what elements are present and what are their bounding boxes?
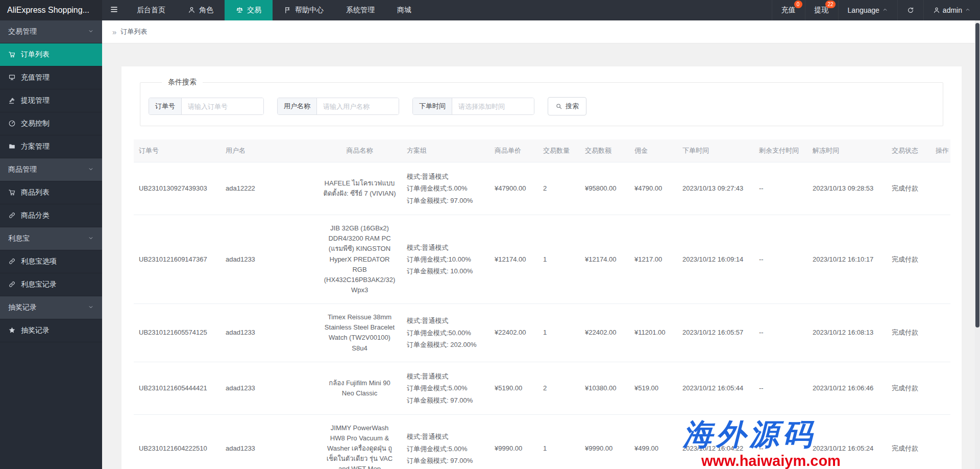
- scrollbar-thumb[interactable]: [975, 23, 979, 327]
- nav-language[interactable]: Language: [838, 0, 897, 20]
- plan-mode-text: 模式:普通模式: [407, 315, 484, 326]
- sidebar-item-5[interactable]: 方案管理: [0, 135, 102, 158]
- cell-unfreeze_time: 2023/10/12 16:05:24: [807, 414, 887, 469]
- sidebar-item-label: 充值管理: [21, 73, 50, 82]
- breadcrumb: » 订单列表: [102, 20, 980, 43]
- orders-table: 订单号用户名商品名称方案组商品单价交易数量交易数额佣金下单时间剩余支付时间解冻时…: [134, 139, 950, 469]
- nav-item-5[interactable]: 商城: [386, 0, 423, 20]
- cell-order_time: 2023/10/12 16:05:57: [677, 304, 754, 362]
- sidebar-group-9[interactable]: 利息宝: [0, 227, 102, 250]
- main-area: » 订单列表 条件搜索 订单号 用户名称 下单时间: [102, 20, 980, 469]
- breadcrumb-arrow-icon: »: [112, 28, 116, 36]
- sidebar-item-11[interactable]: 利息宝记录: [0, 273, 102, 296]
- sidebar-item-label: 商品分类: [21, 211, 50, 220]
- sidebar-group-label: 商品管理: [8, 165, 37, 174]
- plan-mode-text: 模式:普通模式: [407, 370, 484, 382]
- sidebar-item-7[interactable]: 商品列表: [0, 181, 102, 204]
- cell-status: 完成付款: [887, 362, 930, 414]
- cell-actions: [930, 215, 950, 304]
- sidebar-item-13[interactable]: 抽奖记录: [0, 319, 102, 342]
- nav-item-label: 交易: [247, 6, 261, 15]
- cell-unit_price: ¥5190.00: [489, 362, 538, 414]
- nav-item-0[interactable]: 后台首页: [126, 0, 177, 20]
- user-icon: [933, 6, 940, 14]
- cell-product: Timex Reissue 38mm Stainless Steel Brace…: [317, 304, 402, 362]
- cell-order_no: UB2310121609147367: [134, 215, 220, 304]
- sidebar-item-label: 订单列表: [21, 50, 50, 59]
- plan-commission-text: 订单佣金模式:5.00%: [407, 182, 484, 194]
- sidebar-item-label: 利息宝选项: [21, 257, 57, 266]
- order-time-label: 下单时间: [413, 98, 452, 114]
- cell-order_time: 2023/10/12 16:09:14: [677, 215, 754, 304]
- sidebar-item-2[interactable]: 充值管理: [0, 66, 102, 89]
- nav-item-2[interactable]: 交易: [225, 0, 273, 20]
- column-header-order_no: 订单号: [134, 139, 220, 162]
- cell-actions: [930, 362, 950, 414]
- cell-plan: 模式:普通模式订单佣金模式:5.00%订单金额模式: 97.00%: [402, 162, 489, 215]
- link-icon: [8, 257, 16, 266]
- search-button-label: 搜索: [566, 102, 579, 111]
- cell-actions: [930, 162, 950, 215]
- cell-order_no: UB2310121604222510: [134, 414, 220, 469]
- search-icon: [555, 102, 562, 110]
- cell-quantity: 2: [538, 162, 580, 215]
- cell-plan: 模式:普通模式订单佣金模式:10.00%订单金额模式: 10.00%: [402, 215, 489, 304]
- cell-amount: ¥95800.00: [580, 162, 629, 215]
- sidebar-group-12[interactable]: 抽奖记录: [0, 296, 102, 319]
- search-button[interactable]: 搜索: [548, 97, 586, 115]
- sidebar-item-10[interactable]: 利息宝选项: [0, 250, 102, 273]
- cell-quantity: 1: [538, 304, 580, 362]
- nav-item-4[interactable]: 系统管理: [335, 0, 386, 20]
- order-time-input[interactable]: [452, 98, 534, 114]
- column-header-commission: 佣金: [629, 139, 677, 162]
- filter-legend: 条件搜索: [162, 78, 203, 87]
- nav-recharge[interactable]: 充值0: [772, 0, 805, 20]
- orders-table-body: UB2310130927439303ada12222HAFELE ไมโครเว…: [134, 162, 950, 469]
- sidebar-item-8[interactable]: 商品分类: [0, 204, 102, 227]
- app-brand: AliExpress Shopping...: [0, 0, 102, 20]
- column-header-unfreeze_time: 解冻时间: [807, 139, 887, 162]
- sidebar-group-0[interactable]: 交易管理: [0, 20, 102, 43]
- cell-username: adad1233: [220, 362, 317, 414]
- cell-status: 完成付款: [887, 162, 930, 215]
- sidebar-group-label: 交易管理: [8, 27, 37, 36]
- chevron-down-icon: [88, 166, 94, 173]
- cell-status: 完成付款: [887, 304, 930, 362]
- order-no-input[interactable]: [182, 98, 263, 114]
- plan-commission-text: 订单佣金模式:10.00%: [407, 253, 484, 265]
- cell-username: adad1233: [220, 304, 317, 362]
- sidebar-item-4[interactable]: 交易控制: [0, 112, 102, 135]
- nav-item-label: 系统管理: [346, 6, 375, 15]
- table-row-1: UB2310121609147367adad1233JIB 32GB (16GB…: [134, 215, 950, 304]
- sidebar-group-label: 利息宝: [8, 234, 30, 243]
- cell-amount: ¥9990.00: [580, 414, 629, 469]
- cell-remaining_pay_time: --: [754, 162, 807, 215]
- sidebar-toggle-button[interactable]: [102, 0, 126, 20]
- nav-refresh[interactable]: [897, 0, 923, 20]
- cell-actions: [930, 414, 950, 469]
- nav-item-3[interactable]: 帮助中心: [273, 0, 335, 20]
- cell-username: adad1233: [220, 414, 317, 469]
- nav-item-1[interactable]: 角色: [177, 0, 225, 20]
- cell-product: กล้อง Fujifilm Mini 90 Neo Classic: [317, 362, 402, 414]
- plan-amount-text: 订单金额模式: 202.00%: [407, 339, 484, 350]
- nav-withdraw[interactable]: 提现22: [805, 0, 838, 20]
- order-no-label: 订单号: [149, 98, 182, 114]
- sidebar-group-6[interactable]: 商品管理: [0, 158, 102, 181]
- sidebar-item-3[interactable]: 提现管理: [0, 89, 102, 112]
- column-header-actions: 操作: [930, 139, 950, 162]
- cell-commission: ¥1217.00: [629, 215, 677, 304]
- nav-item-label: 帮助中心: [295, 6, 324, 15]
- sidebar-item-1[interactable]: 订单列表: [0, 43, 102, 66]
- link-icon: [8, 212, 16, 220]
- menu-icon: [110, 5, 118, 15]
- plan-amount-text: 订单金额模式: 10.00%: [407, 265, 484, 277]
- order-time-filter: 下单时间: [412, 98, 534, 115]
- username-input[interactable]: [317, 98, 399, 114]
- cell-product: JIB 32GB (16GBx2) DDR4/3200 RAM PC (แรมพ…: [317, 215, 402, 304]
- cell-remaining_pay_time: --: [754, 215, 807, 304]
- plan-commission-text: 订单佣金模式:5.00%: [407, 382, 484, 394]
- nav-user-menu[interactable]: admin: [923, 0, 980, 20]
- scales-icon: [236, 6, 243, 15]
- table-row-2: UB2310121605574125adad1233Timex Reissue …: [134, 304, 950, 362]
